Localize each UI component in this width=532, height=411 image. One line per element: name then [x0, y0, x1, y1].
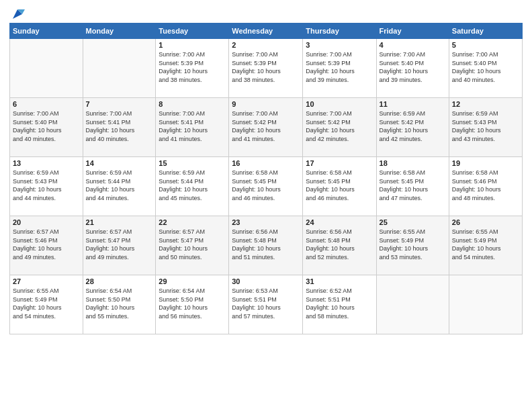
calendar-cell: 9Sunrise: 7:00 AM Sunset: 5:42 PM Daylig… — [229, 98, 303, 157]
calendar-cell: 10Sunrise: 7:00 AM Sunset: 5:42 PM Dayli… — [303, 98, 376, 157]
day-info: Sunrise: 7:00 AM Sunset: 5:41 PM Dayligh… — [159, 109, 226, 143]
day-number: 12 — [452, 100, 519, 108]
day-number: 4 — [380, 41, 446, 49]
calendar-cell: 1Sunrise: 7:00 AM Sunset: 5:39 PM Daylig… — [156, 39, 229, 98]
day-info: Sunrise: 6:55 AM Sunset: 5:49 PM Dayligh… — [380, 228, 446, 261]
day-number: 13 — [13, 159, 80, 167]
week-row-5: 27Sunrise: 6:55 AM Sunset: 5:49 PM Dayli… — [10, 275, 523, 334]
calendar-cell: 2Sunrise: 7:00 AM Sunset: 5:39 PM Daylig… — [229, 39, 303, 98]
calendar-cell — [376, 275, 449, 334]
calendar-cell: 31Sunrise: 6:52 AM Sunset: 5:51 PM Dayli… — [303, 275, 376, 334]
day-info: Sunrise: 7:00 AM Sunset: 5:40 PM Dayligh… — [452, 50, 519, 84]
day-number: 10 — [306, 100, 373, 108]
day-number: 1 — [159, 41, 226, 49]
day-info: Sunrise: 6:55 AM Sunset: 5:49 PM Dayligh… — [13, 287, 80, 320]
calendar-cell: 22Sunrise: 6:57 AM Sunset: 5:47 PM Dayli… — [156, 216, 229, 275]
day-info: Sunrise: 6:59 AM Sunset: 5:43 PM Dayligh… — [452, 109, 519, 143]
calendar-cell: 30Sunrise: 6:53 AM Sunset: 5:51 PM Dayli… — [229, 275, 303, 334]
day-info: Sunrise: 6:58 AM Sunset: 5:45 PM Dayligh… — [232, 169, 300, 202]
calendar-cell: 26Sunrise: 6:55 AM Sunset: 5:49 PM Dayli… — [449, 216, 522, 275]
page: SundayMondayTuesdayWednesdayThursdayFrid… — [0, 0, 532, 411]
day-number: 11 — [380, 100, 446, 108]
calendar-cell: 8Sunrise: 7:00 AM Sunset: 5:41 PM Daylig… — [156, 98, 229, 157]
calendar-cell: 4Sunrise: 7:00 AM Sunset: 5:40 PM Daylig… — [376, 39, 449, 98]
day-info: Sunrise: 6:59 AM Sunset: 5:44 PM Dayligh… — [159, 169, 226, 202]
calendar-cell: 28Sunrise: 6:54 AM Sunset: 5:50 PM Dayli… — [83, 275, 156, 334]
calendar-cell: 23Sunrise: 6:56 AM Sunset: 5:48 PM Dayli… — [229, 216, 303, 275]
day-number: 17 — [306, 159, 373, 167]
day-info: Sunrise: 6:58 AM Sunset: 5:45 PM Dayligh… — [380, 169, 446, 202]
week-row-4: 20Sunrise: 6:57 AM Sunset: 5:46 PM Dayli… — [10, 216, 523, 275]
calendar-cell: 5Sunrise: 7:00 AM Sunset: 5:40 PM Daylig… — [449, 39, 522, 98]
day-number: 24 — [306, 218, 373, 226]
day-info: Sunrise: 6:56 AM Sunset: 5:48 PM Dayligh… — [306, 228, 373, 261]
day-number: 9 — [232, 100, 300, 108]
day-info: Sunrise: 6:57 AM Sunset: 5:46 PM Dayligh… — [13, 228, 80, 261]
day-info: Sunrise: 6:55 AM Sunset: 5:49 PM Dayligh… — [452, 228, 519, 261]
day-number: 23 — [232, 218, 300, 226]
weekday-header-saturday: Saturday — [449, 24, 522, 39]
calendar-cell: 3Sunrise: 7:00 AM Sunset: 5:39 PM Daylig… — [303, 39, 376, 98]
day-info: Sunrise: 7:00 AM Sunset: 5:40 PM Dayligh… — [380, 50, 446, 84]
calendar-cell — [83, 39, 156, 98]
day-number: 15 — [159, 159, 226, 167]
calendar-cell: 20Sunrise: 6:57 AM Sunset: 5:46 PM Dayli… — [10, 216, 83, 275]
day-info: Sunrise: 7:00 AM Sunset: 5:39 PM Dayligh… — [232, 50, 300, 84]
calendar-cell: 29Sunrise: 6:54 AM Sunset: 5:50 PM Dayli… — [156, 275, 229, 334]
day-number: 27 — [13, 277, 80, 285]
day-number: 8 — [159, 100, 226, 108]
week-row-3: 13Sunrise: 6:59 AM Sunset: 5:43 PM Dayli… — [10, 157, 523, 216]
logo-icon — [10, 7, 25, 21]
calendar-cell: 7Sunrise: 7:00 AM Sunset: 5:41 PM Daylig… — [83, 98, 156, 157]
day-number: 31 — [306, 277, 373, 285]
day-info: Sunrise: 6:54 AM Sunset: 5:50 PM Dayligh… — [159, 287, 226, 320]
calendar-cell: 19Sunrise: 6:58 AM Sunset: 5:46 PM Dayli… — [449, 157, 522, 216]
calendar-cell: 25Sunrise: 6:55 AM Sunset: 5:49 PM Dayli… — [376, 216, 449, 275]
day-info: Sunrise: 6:59 AM Sunset: 5:42 PM Dayligh… — [380, 109, 446, 143]
week-row-2: 6Sunrise: 7:00 AM Sunset: 5:40 PM Daylig… — [10, 98, 523, 157]
calendar-cell — [10, 39, 83, 98]
day-number: 7 — [86, 100, 153, 108]
calendar: SundayMondayTuesdayWednesdayThursdayFrid… — [9, 23, 523, 334]
weekday-header-sunday: Sunday — [10, 24, 83, 39]
day-info: Sunrise: 6:57 AM Sunset: 5:47 PM Dayligh… — [86, 228, 153, 261]
day-number: 20 — [13, 218, 80, 226]
day-number: 6 — [13, 100, 80, 108]
day-number: 25 — [380, 218, 446, 226]
day-info: Sunrise: 6:59 AM Sunset: 5:43 PM Dayligh… — [13, 169, 80, 202]
day-number: 19 — [452, 159, 519, 167]
calendar-cell: 6Sunrise: 7:00 AM Sunset: 5:40 PM Daylig… — [10, 98, 83, 157]
day-number: 21 — [86, 218, 153, 226]
calendar-cell: 13Sunrise: 6:59 AM Sunset: 5:43 PM Dayli… — [10, 157, 83, 216]
day-info: Sunrise: 7:00 AM Sunset: 5:42 PM Dayligh… — [232, 109, 300, 143]
weekday-header-thursday: Thursday — [303, 24, 376, 39]
header — [9, 7, 523, 19]
day-info: Sunrise: 7:00 AM Sunset: 5:42 PM Dayligh… — [306, 109, 373, 143]
weekday-header-row: SundayMondayTuesdayWednesdayThursdayFrid… — [10, 24, 523, 39]
day-info: Sunrise: 6:59 AM Sunset: 5:44 PM Dayligh… — [86, 169, 153, 202]
day-info: Sunrise: 6:53 AM Sunset: 5:51 PM Dayligh… — [232, 287, 300, 320]
day-info: Sunrise: 6:58 AM Sunset: 5:45 PM Dayligh… — [306, 169, 373, 202]
logo — [9, 7, 25, 19]
calendar-cell: 12Sunrise: 6:59 AM Sunset: 5:43 PM Dayli… — [449, 98, 522, 157]
day-info: Sunrise: 6:58 AM Sunset: 5:46 PM Dayligh… — [452, 169, 519, 202]
day-info: Sunrise: 7:00 AM Sunset: 5:39 PM Dayligh… — [306, 50, 373, 84]
day-info: Sunrise: 6:52 AM Sunset: 5:51 PM Dayligh… — [306, 287, 373, 320]
day-info: Sunrise: 6:56 AM Sunset: 5:48 PM Dayligh… — [232, 228, 300, 261]
calendar-cell: 16Sunrise: 6:58 AM Sunset: 5:45 PM Dayli… — [229, 157, 303, 216]
calendar-cell: 24Sunrise: 6:56 AM Sunset: 5:48 PM Dayli… — [303, 216, 376, 275]
day-info: Sunrise: 6:57 AM Sunset: 5:47 PM Dayligh… — [159, 228, 226, 261]
weekday-header-tuesday: Tuesday — [156, 24, 229, 39]
calendar-cell — [449, 275, 522, 334]
weekday-header-friday: Friday — [376, 24, 449, 39]
day-info: Sunrise: 7:00 AM Sunset: 5:41 PM Dayligh… — [86, 109, 153, 143]
day-number: 16 — [232, 159, 300, 167]
calendar-cell: 27Sunrise: 6:55 AM Sunset: 5:49 PM Dayli… — [10, 275, 83, 334]
day-number: 5 — [452, 41, 519, 49]
day-number: 22 — [159, 218, 226, 226]
weekday-header-monday: Monday — [83, 24, 156, 39]
day-number: 26 — [452, 218, 519, 226]
day-info: Sunrise: 6:54 AM Sunset: 5:50 PM Dayligh… — [86, 287, 153, 320]
calendar-cell: 11Sunrise: 6:59 AM Sunset: 5:42 PM Dayli… — [376, 98, 449, 157]
calendar-cell: 15Sunrise: 6:59 AM Sunset: 5:44 PM Dayli… — [156, 157, 229, 216]
